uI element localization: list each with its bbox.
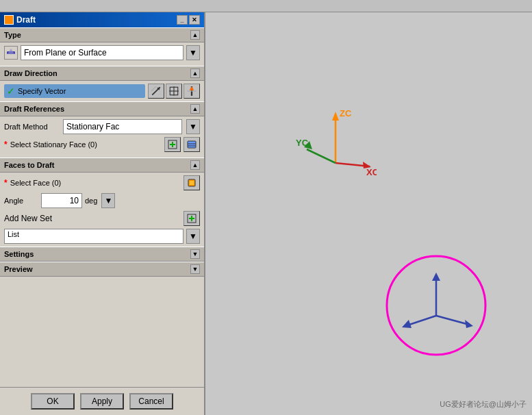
face-icon-btn[interactable]	[183, 175, 200, 190]
svg-line-4	[151, 86, 156, 91]
type-content: From Plane or Surface ▼	[0, 42, 204, 66]
preview-row: Preview ▼	[0, 262, 204, 277]
settings-collapse[interactable]: ▼	[190, 249, 200, 259]
draft-references-collapse[interactable]: ▲	[190, 104, 200, 114]
specify-vector-label: Specify Vector	[18, 87, 66, 95]
svg-line-26	[307, 149, 335, 163]
angle-label: Angle	[4, 197, 38, 205]
svg-marker-34	[465, 320, 473, 328]
minimize-button[interactable]: _	[177, 15, 188, 25]
zc-label: ZC	[340, 108, 352, 118]
vector-tool-btn-3[interactable]	[183, 84, 200, 99]
list-dropdown-arrow[interactable]: ▼	[186, 229, 200, 244]
list-label: List	[4, 229, 183, 244]
ok-button[interactable]: OK	[31, 393, 75, 410]
vector-tool-btn-2[interactable]	[166, 84, 182, 99]
draft-method-arrow[interactable]: ▼	[186, 119, 200, 134]
type-label: Type	[4, 31, 21, 39]
xc-label: XC	[366, 167, 377, 177]
draft-references-content: Draft Method Stationary Fac ▼ * Select S…	[0, 116, 204, 158]
main-area: Draft _ ✕ Type ▲ F	[0, 12, 532, 415]
specify-vector-row: ✓ Specify Vector	[0, 81, 204, 101]
preview-label: Preview	[4, 265, 33, 273]
viewport: ZC XC YC UG爱好者论坛@山姆小子	[205, 12, 532, 415]
plane-icon	[4, 46, 18, 60]
select-stationary-label: Select Stationary Face (0)	[10, 140, 162, 149]
title-bar-left: Draft	[4, 15, 36, 25]
draft-method-label: Draft Method	[4, 123, 59, 131]
specify-vector-highlight: ✓ Specify Vector	[4, 84, 145, 98]
pink-circle-axes	[381, 251, 491, 360]
face-star: *	[4, 178, 8, 188]
type-dropdown-row: From Plane or Surface ▼	[4, 45, 200, 60]
preview-collapse[interactable]: ▼	[190, 264, 200, 274]
draft-references-label: Draft References	[4, 105, 64, 113]
draft-icon	[4, 15, 14, 25]
title-buttons: _ ✕	[177, 15, 200, 25]
type-select[interactable]: From Plane or Surface	[21, 45, 183, 60]
angle-unit: deg	[85, 197, 97, 205]
svg-rect-14	[188, 141, 196, 148]
apply-button[interactable]: Apply	[80, 393, 124, 410]
draw-direction-header: Draw Direction ▲	[0, 66, 204, 81]
type-section-header: Type ▲	[0, 27, 204, 42]
check-icon: ✓	[7, 86, 15, 97]
close-button[interactable]: ✕	[189, 15, 200, 25]
add-new-set-label: Add New Set	[4, 214, 52, 223]
vector-tool-btn-1[interactable]	[148, 84, 164, 99]
coordinate-axes: ZC XC YC	[294, 101, 377, 184]
vector-btn-group	[148, 84, 200, 99]
settings-row: Settings ▼	[0, 247, 204, 262]
svg-marker-18	[190, 181, 194, 185]
angle-dropdown-arrow[interactable]: ▼	[101, 193, 115, 208]
select-face-row: * Select Face (0)	[4, 175, 200, 190]
dialog-title: Draft	[16, 15, 36, 25]
draft-panel: Draft _ ✕ Type ▲ F	[0, 12, 205, 415]
yc-label: YC	[296, 138, 309, 148]
svg-marker-23	[332, 112, 339, 121]
draft-method-row: Draft Method Stationary Fac ▼	[4, 119, 200, 134]
type-collapse-btn[interactable]: ▲	[190, 30, 200, 40]
list-row: List ▼	[4, 229, 200, 244]
draft-references-header: Draft References ▲	[0, 101, 204, 116]
svg-line-33	[436, 316, 469, 325]
draft-method-select[interactable]: Stationary Fac	[63, 119, 182, 134]
stationary-star: *	[4, 140, 8, 149]
bottom-buttons: OK Apply Cancel	[0, 387, 204, 415]
stationary-view-btn[interactable]	[183, 137, 200, 152]
draw-direction-label: Draw Direction	[4, 69, 58, 77]
add-new-set-row: Add New Set	[4, 211, 200, 226]
stationary-add-btn[interactable]	[164, 137, 181, 152]
faces-to-draft-collapse[interactable]: ▲	[190, 160, 200, 170]
cancel-button[interactable]: Cancel	[129, 393, 173, 410]
type-dropdown-arrow[interactable]: ▼	[186, 45, 200, 60]
faces-to-draft-content: * Select Face (0) Angle 10 deg ▼ Add New…	[0, 173, 204, 247]
top-toolbar	[0, 0, 532, 12]
settings-label: Settings	[4, 250, 34, 258]
faces-to-draft-header: Faces to Draft ▲	[0, 158, 204, 173]
add-new-set-btn[interactable]	[183, 211, 200, 226]
faces-to-draft-label: Faces to Draft	[4, 161, 54, 169]
select-face-label: Select Face (0)	[10, 179, 181, 187]
svg-marker-32	[402, 320, 411, 328]
draw-direction-collapse[interactable]: ▲	[190, 68, 200, 78]
svg-marker-30	[432, 273, 440, 281]
watermark: UG爱好者论坛@山姆小子	[440, 399, 527, 410]
title-bar: Draft _ ✕	[0, 12, 204, 27]
select-stationary-row: * Select Stationary Face (0)	[4, 137, 200, 152]
svg-marker-9	[190, 86, 194, 90]
angle-input[interactable]: 10	[41, 193, 82, 208]
angle-row: Angle 10 deg ▼	[4, 193, 200, 208]
